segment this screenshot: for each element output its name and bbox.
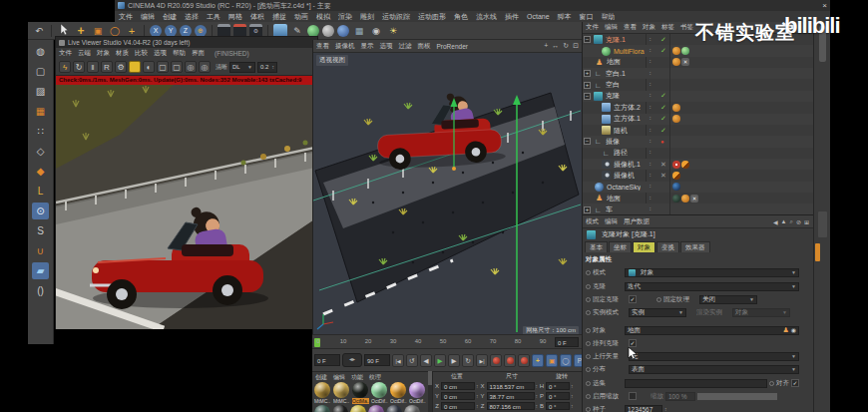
- material-sphere[interactable]: [352, 382, 368, 398]
- spinner-icon[interactable]: ↕: [536, 393, 539, 399]
- autokey-button[interactable]: [504, 354, 516, 367]
- display-tag-icon[interactable]: ✕: [690, 195, 698, 203]
- clone-dropdown[interactable]: 迭代▼: [625, 282, 799, 291]
- object-row[interactable]: 立方体.1 ∶ ✓: [583, 114, 813, 125]
- magnet-icon[interactable]: ∪: [32, 242, 49, 259]
- material-sphere[interactable]: [386, 405, 402, 412]
- keyframe-ring[interactable]: [586, 407, 591, 412]
- seed-field[interactable]: 1234567: [625, 405, 662, 412]
- lv-menu-materials[interactable]: 材质: [113, 49, 132, 58]
- tab-transform[interactable]: 变换: [656, 241, 679, 252]
- object-properties-section[interactable]: 对象属性: [583, 252, 813, 265]
- history-up-icon[interactable]: ▲: [781, 218, 787, 224]
- floor-environment-icon[interactable]: ▦: [352, 24, 366, 38]
- lock-workplane-icon[interactable]: (): [32, 282, 49, 299]
- menu-window[interactable]: 窗口: [576, 12, 598, 22]
- lv-menu-objects[interactable]: 对象: [94, 49, 113, 58]
- enabled-check[interactable]: ✓: [660, 127, 666, 135]
- sky-tag-icon[interactable]: [672, 183, 680, 191]
- spinner-icon[interactable]: ↕: [664, 406, 667, 412]
- object-row[interactable]: + ∟ 空白 ∶: [583, 79, 813, 90]
- material-item[interactable]: MtMC..: [314, 382, 331, 404]
- tab-coordinates[interactable]: 坐标: [609, 241, 632, 252]
- object-row[interactable]: ♟ 地面 ∶ ✕: [583, 193, 813, 204]
- menu-snap[interactable]: 捕捉: [268, 12, 290, 22]
- vp-menu-options[interactable]: 选项: [377, 42, 396, 51]
- enabled-check[interactable]: ✓: [660, 104, 666, 112]
- spinner-icon[interactable]: ↕: [536, 403, 539, 409]
- visibility-dots[interactable]: ∶: [650, 183, 651, 191]
- mat-menu-function[interactable]: 功能: [348, 373, 366, 382]
- disabled-mark[interactable]: ✕: [660, 172, 666, 180]
- keyframe-ring[interactable]: [586, 394, 591, 399]
- size-y-field[interactable]: 38.77 cm: [487, 392, 535, 400]
- material-item[interactable]: OctDif..: [409, 382, 426, 404]
- close-icon[interactable]: ×: [819, 1, 830, 10]
- position-z-field[interactable]: 0 cm: [441, 402, 475, 410]
- size-z-field[interactable]: 807.156 cm: [487, 402, 535, 410]
- fix-clone-checkbox[interactable]: ✓: [629, 295, 637, 303]
- goto-end-button[interactable]: ▶|: [476, 354, 488, 367]
- expand-icon[interactable]: +: [584, 70, 591, 77]
- material-tag-icon[interactable]: [681, 47, 689, 55]
- subdivision-surface-icon[interactable]: [307, 25, 319, 37]
- menu-create[interactable]: 创建: [159, 12, 181, 22]
- pause-render-icon[interactable]: ‖: [87, 61, 99, 73]
- material-item[interactable]: OctDif..: [390, 382, 407, 404]
- fix-texture-dropdown[interactable]: 关闭▼: [699, 295, 757, 304]
- enable-axis-icon[interactable]: L: [32, 183, 49, 200]
- lock-z-axis-icon[interactable]: Z: [180, 25, 192, 37]
- settings-gear-icon[interactable]: ⚙: [115, 61, 127, 73]
- spinner-icon[interactable]: ↕: [571, 393, 574, 399]
- next-frame-button[interactable]: ▶: [448, 354, 460, 367]
- distribution-dropdown[interactable]: 表面▼: [629, 365, 799, 374]
- menu-mesh[interactable]: 网格: [224, 12, 246, 22]
- material-item[interactable]: OctMa..: [352, 382, 369, 404]
- key-scale-toggle[interactable]: ▣: [546, 354, 558, 367]
- lock-icon[interactable]: ⊘: [796, 218, 801, 225]
- collapse-icon[interactable]: −: [584, 93, 591, 100]
- keyframe-ring[interactable]: [656, 297, 661, 302]
- vp-menu-filter[interactable]: 过滤: [396, 42, 415, 51]
- object-row[interactable]: 摄像机 ∶ ✕: [583, 170, 813, 181]
- mat-menu-texture[interactable]: 纹理: [366, 373, 384, 382]
- instance-mode-dropdown[interactable]: 实例▼: [629, 308, 686, 317]
- object-row[interactable]: 摄像机.1 ∶ ✕: [583, 159, 813, 170]
- menu-motion-tracker[interactable]: 运动跟踪: [378, 12, 414, 22]
- enabled-check[interactable]: ✓: [660, 47, 666, 55]
- coordinate-system-icon[interactable]: ⊕: [195, 25, 207, 37]
- viewport-rotate-icon[interactable]: ↻: [563, 42, 569, 50]
- keyframe-ring[interactable]: [586, 328, 591, 333]
- menu-volume[interactable]: 体积: [246, 12, 268, 22]
- keyframe-ring[interactable]: [586, 284, 591, 289]
- om-menu-view[interactable]: 查看: [621, 23, 640, 32]
- rotation-b-field[interactable]: 0 °: [546, 402, 570, 410]
- refresh-icon[interactable]: ↻: [73, 61, 85, 73]
- spinner-icon[interactable]: ↕: [536, 383, 539, 389]
- menu-select[interactable]: 选择: [181, 12, 203, 22]
- expand-icon[interactable]: +: [584, 206, 591, 213]
- volume-icon[interactable]: [337, 25, 349, 37]
- lv-menu-file[interactable]: 文件: [56, 49, 75, 58]
- vp-menu-prorender[interactable]: ProRender: [434, 43, 471, 50]
- visibility-dots[interactable]: ∶: [650, 104, 651, 112]
- keyframe-ring[interactable]: [586, 270, 591, 275]
- material-picker-icon[interactable]: ◎: [199, 61, 211, 73]
- vp-menu-panel[interactable]: 面板: [415, 42, 434, 51]
- material-sphere[interactable]: [350, 405, 366, 412]
- menu-character[interactable]: 角色: [450, 12, 472, 22]
- size-x-field[interactable]: 1318.537 cm: [487, 382, 535, 390]
- spinner-icon[interactable]: ↕: [571, 383, 574, 389]
- lv-menu-cloud[interactable]: 云端: [75, 49, 94, 58]
- object-row[interactable]: + ∟ 空白.1 ∶: [583, 68, 813, 79]
- visibility-dots[interactable]: ∶: [650, 115, 651, 123]
- light-icon[interactable]: ☀: [386, 24, 400, 38]
- phong-tag-icon[interactable]: [672, 115, 680, 123]
- generator-icon[interactable]: [322, 25, 334, 37]
- search-icon[interactable]: ⌕: [790, 218, 793, 225]
- material-sphere[interactable]: [333, 382, 349, 398]
- rotation-p-field[interactable]: 0 °: [546, 392, 570, 400]
- menu-tools[interactable]: 工具: [203, 12, 224, 22]
- material-sphere[interactable]: [390, 382, 406, 398]
- protection-tag-icon[interactable]: [672, 161, 680, 169]
